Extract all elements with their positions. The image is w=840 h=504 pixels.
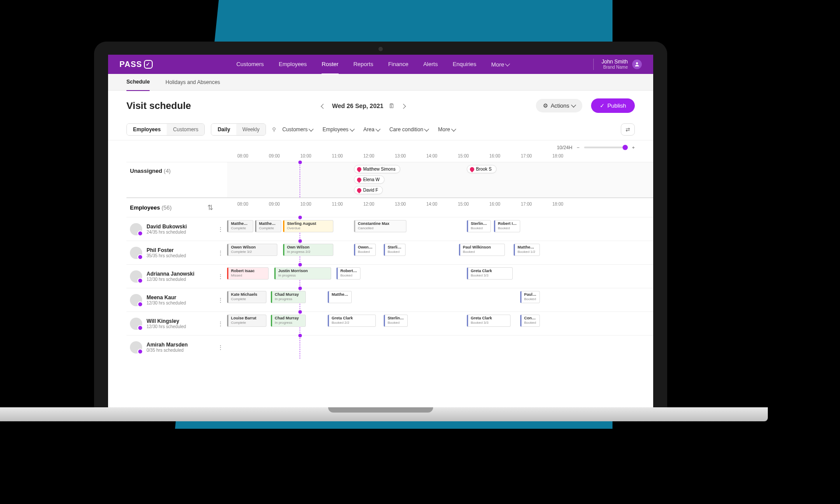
publish-button[interactable]: ✓ Publish <box>591 98 635 113</box>
nav-more[interactable]: More <box>491 55 510 74</box>
visit-card[interactable]: Chad MurrayIn progress <box>271 315 306 327</box>
employee-menu-icon[interactable]: ⋮ <box>217 226 224 233</box>
visit-card[interactable]: Sterling AuBooked <box>384 244 406 256</box>
user-name: John Smith <box>602 59 628 65</box>
settings-chip[interactable]: ⇄ <box>621 123 635 136</box>
nav-roster[interactable]: Roster <box>322 55 338 74</box>
employee-avatar <box>130 294 142 306</box>
employee-hours: 12/30 hrs scheduled <box>147 324 186 329</box>
visit-card[interactable]: Owen WilsonComplete 3/2 <box>227 244 277 256</box>
date-navigator: Wed 26 Sep, 2021 🗓 <box>320 101 407 111</box>
employee-menu-icon[interactable]: ⋮ <box>217 297 224 304</box>
subtab-schedule[interactable]: Schedule <box>126 74 150 91</box>
visit-card[interactable]: ConstanBooked <box>520 315 540 327</box>
seg-customers[interactable]: Customers <box>167 124 204 135</box>
zoom-slider[interactable] <box>584 147 628 148</box>
check-icon: ✓ <box>600 102 605 109</box>
nav-enquiries[interactable]: Enquiries <box>453 55 476 74</box>
visit-card[interactable]: Paul WilBooked <box>520 291 540 303</box>
nav-reports[interactable]: Reports <box>354 55 374 74</box>
view-segment[interactable]: EmployeesCustomers <box>126 123 205 136</box>
unassigned-lane: Unassigned (4) Matthew SimonsElena WDavi… <box>126 162 653 197</box>
unassigned-chip[interactable]: Matthew Simons <box>354 165 400 173</box>
nav-employees[interactable]: Employees <box>279 55 307 74</box>
visit-card[interactable]: Robert IsaacBooked <box>494 220 520 232</box>
visit-card[interactable]: Greta ClarkBooked 2/2 <box>328 315 376 327</box>
visit-card[interactable]: Sterling AuBooked <box>384 315 408 327</box>
visit-card[interactable]: Greta ClarkBooked 3/3 <box>467 315 511 327</box>
employee-row: Meena Kaur12/30 hrs scheduled⋮Kate Micha… <box>126 288 653 312</box>
visit-card[interactable]: Owen…Booked <box>354 244 376 256</box>
hour-label: 13:00 <box>385 202 416 206</box>
employee-row: Adrianna Janowski12/30 hrs scheduled⋮Rob… <box>126 264 653 288</box>
filter-area[interactable]: Area <box>364 126 380 133</box>
visit-card[interactable]: Sterling AugustOverdue <box>283 220 333 232</box>
visit-card[interactable]: Sterling AuBooked <box>467 220 491 232</box>
visit-card[interactable]: Robert IsaacMissed <box>227 267 269 280</box>
employee-hours: 0/35 hrs scheduled <box>147 348 188 353</box>
actions-button[interactable]: ⚙ Actions <box>536 99 583 112</box>
range-segment[interactable]: DailyWeekly <box>211 123 266 136</box>
nav-customers[interactable]: Customers <box>236 55 264 74</box>
filter-employees[interactable]: Employees <box>322 126 354 133</box>
visit-card[interactable]: Matthew SiBooked 1/2 <box>514 244 540 256</box>
employee-name: David Bukowski <box>147 224 187 230</box>
filter-customers[interactable]: Customers <box>282 126 313 133</box>
user-menu[interactable]: John Smith Brand Name <box>593 59 642 70</box>
current-date[interactable]: Wed 26 Sep, 2021 <box>332 102 383 109</box>
zoom-plus[interactable]: + <box>632 145 635 150</box>
unassigned-chip[interactable]: David F <box>354 186 383 194</box>
top-navbar: PASS ✓ CustomersEmployeesRosterReportsFi… <box>108 55 653 74</box>
seg-employees[interactable]: Employees <box>127 124 167 135</box>
calendar-icon[interactable]: 🗓 <box>388 102 395 109</box>
unassigned-chip[interactable]: Elena W <box>354 175 385 184</box>
seg-weekly[interactable]: Weekly <box>236 124 266 135</box>
chevron-down-icon <box>424 126 429 131</box>
hour-label: 10:00 <box>290 154 322 158</box>
nav-alerts[interactable]: Alerts <box>423 55 438 74</box>
visit-card[interactable]: Greta ClarkBooked 3/3 <box>467 267 513 280</box>
employee-menu-icon[interactable]: ⋮ <box>217 344 224 351</box>
visit-card[interactable]: Chad MurrayIn progress <box>271 291 306 303</box>
visit-card[interactable]: Justin MorrisonIn progress <box>274 267 331 280</box>
svg-point-0 <box>636 62 638 64</box>
employee-menu-icon[interactable]: ⋮ <box>217 273 224 280</box>
hour-label: 08:00 <box>227 202 259 206</box>
visit-card[interactable]: Louise BarratComplete <box>227 315 266 327</box>
prev-day-button[interactable] <box>320 101 327 111</box>
filter-care-condition[interactable]: Care condition <box>389 126 428 133</box>
nav-finance[interactable]: Finance <box>388 55 408 74</box>
visit-card[interactable]: Constantine MaxCancelled <box>354 220 406 232</box>
unassigned-chip[interactable]: Brook S <box>467 165 497 173</box>
seg-daily[interactable]: Daily <box>211 124 236 135</box>
employee-hours: 35/35 hrs scheduled <box>147 253 186 258</box>
subtab-holidays-and-absences[interactable]: Holidays and Absences <box>165 74 220 91</box>
laptop-base <box>0 407 768 421</box>
next-day-button[interactable] <box>400 101 407 111</box>
zoom-minus[interactable]: − <box>577 145 579 150</box>
visit-card[interactable]: Matthew WComplete <box>255 220 281 232</box>
hour-label: 18:00 <box>542 154 574 158</box>
visit-card[interactable]: Paul WilkinsonBooked <box>459 244 505 256</box>
brand-logo: PASS ✓ <box>119 60 153 69</box>
visit-card[interactable]: Matthew Si <box>328 291 352 303</box>
hour-label: 09:00 <box>259 154 290 158</box>
sort-icon[interactable]: ⇅ <box>207 203 213 212</box>
chevron-down-icon <box>350 126 354 131</box>
visit-card[interactable]: Robert IsaBooked <box>336 267 360 280</box>
employee-avatar <box>130 341 142 354</box>
zoom-label: 10/24H <box>557 145 572 150</box>
hour-label: 18:00 <box>542 202 574 206</box>
hour-label: 14:00 <box>416 202 448 206</box>
visit-card[interactable]: Own WilsonIn progress 2/2 <box>283 244 333 256</box>
pin-icon <box>356 187 362 193</box>
employee-avatar <box>130 247 142 259</box>
employee-menu-icon[interactable]: ⋮ <box>217 320 224 327</box>
employee-menu-icon[interactable]: ⋮ <box>217 249 224 256</box>
pin-icon <box>356 176 362 182</box>
visit-card[interactable]: Matthew SComplete <box>227 220 253 232</box>
filter-icon[interactable]: ⚲ <box>272 126 276 133</box>
filter-more[interactable]: More <box>438 126 455 133</box>
employee-avatar <box>130 270 142 283</box>
visit-card[interactable]: Kate MichaelsComplete <box>227 291 266 303</box>
